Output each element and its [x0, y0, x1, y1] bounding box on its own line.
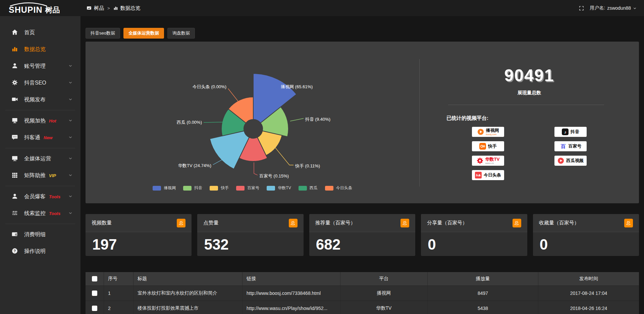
- platform-badge-column: ♪♪♪抖音百百家号西瓜视频: [554, 127, 587, 180]
- screen-icon: [11, 155, 19, 162]
- legend-item-西瓜[interactable]: 西瓜: [299, 185, 318, 191]
- sidebar-item-label: 线索监控: [24, 210, 46, 217]
- sidebar-item-label: 视频发布: [24, 96, 46, 103]
- sidebar-item-expense-detail[interactable]: 消费明细: [0, 226, 80, 243]
- sidebar-item-data-overview[interactable]: 数据总览: [0, 41, 80, 58]
- wallet-icon: [11, 231, 19, 238]
- total-badge[interactable]: 总: [624, 219, 633, 227]
- legend-item-华数TV[interactable]: 华数TV: [267, 185, 291, 191]
- row-platform: 华数TV: [340, 301, 428, 314]
- user-menu[interactable]: 用户名: zswodun88: [590, 5, 637, 11]
- user-icon: [11, 62, 19, 70]
- chevron-down-icon: [68, 97, 72, 103]
- chart-panel: 播视网 (65.61%)抖音 (9.40%)快手 (0.11%)百家号 (0.1…: [86, 42, 639, 203]
- app-logo: SHUPIN 树品: [0, 2, 80, 14]
- pie-label: 今日头条 (0.00%): [193, 84, 226, 89]
- row-url-link[interactable]: http://www.wasu.cn/Play/show/id/952...: [243, 301, 340, 314]
- chevron-down-icon: [68, 194, 72, 200]
- row-plays: 5438: [428, 301, 538, 314]
- legend-item-百家号[interactable]: 百家号: [236, 185, 259, 191]
- legend-item-播视网[interactable]: 播视网: [153, 185, 176, 191]
- legend-label: 抖音: [194, 185, 202, 191]
- platform-name: 播视网: [486, 128, 499, 133]
- sidebar-item-label: 会员爆客: [24, 193, 46, 200]
- tab-inquiry-data[interactable]: 询盘数据: [167, 28, 195, 39]
- sidebar-item-clue-monitor[interactable]: 线索监控Tools: [0, 205, 80, 222]
- kuaishou-logo: [479, 143, 486, 150]
- legend-swatch: [325, 186, 333, 191]
- breadcrumb-root[interactable]: 树品: [94, 5, 104, 11]
- total-badge[interactable]: 总: [513, 219, 521, 227]
- platform-badge-百家号: 百百家号: [554, 141, 587, 151]
- stat-card-label: 分享量（百家号）: [427, 220, 467, 226]
- sidebar-item-label: 矩阵助推: [24, 172, 46, 179]
- total-badge[interactable]: 总: [289, 219, 298, 227]
- menu-badge: Tools: [49, 211, 60, 216]
- select-all-checkbox[interactable]: [92, 276, 97, 281]
- row-url-link[interactable]: http://www.boosj.com/7338468.html: [243, 285, 340, 301]
- divider: [5, 186, 75, 186]
- col-header-time: 发布时间: [538, 272, 639, 285]
- legend-label: 百家号: [247, 185, 259, 191]
- legend-swatch: [210, 186, 218, 191]
- monitor-icon: [11, 117, 19, 124]
- pie-label: 播视网 (65.61%): [281, 84, 313, 89]
- sidebar-item-label: 操作说明: [24, 248, 46, 255]
- legend-item-抖音[interactable]: 抖音: [183, 185, 202, 191]
- sidebar-item-video-heat[interactable]: 视频加热Hot: [0, 112, 80, 129]
- sidebar-item-matrix-boost[interactable]: 矩阵助推VIP: [0, 167, 80, 184]
- pie-chart-svg: 播视网 (65.61%)抖音 (9.40%)快手 (0.11%)百家号 (0.1…: [86, 42, 419, 203]
- pie-label: 百家号 (0.15%): [259, 173, 289, 178]
- platform-badge-西瓜视频: 西瓜视频: [554, 156, 587, 166]
- stat-card-header: 点赞量总: [197, 214, 303, 232]
- sidebar-item-account-manage[interactable]: 账号管理: [0, 58, 80, 74]
- row-checkbox[interactable]: [92, 306, 97, 311]
- sidebar-item-douketong[interactable]: 抖客通New: [0, 129, 80, 146]
- stat-card-label: 收藏量（百家号）: [539, 220, 579, 226]
- breadcrumb-current[interactable]: 数据总览: [120, 5, 141, 11]
- row-title-link[interactable]: 室外水纹灯和室内水纹灯的区别和简介: [133, 285, 243, 301]
- sidebar-item-label: 抖音SEO: [24, 80, 46, 87]
- sidebar-item-douyin-seo[interactable]: 抖音SEO: [0, 74, 80, 91]
- legend-swatch: [299, 186, 307, 191]
- stat-card-label: 视频数量: [92, 220, 112, 226]
- overview-panel: 90491 展现量总数 已统计的视频平台: 播视网boosj.com快手华数TV…: [419, 59, 639, 187]
- sidebar-item-member-baoke[interactable]: 会员爆客Tools: [0, 188, 80, 205]
- sidebar-item-video-publish[interactable]: 视频发布: [0, 91, 80, 108]
- sidebar-item-home[interactable]: 首页: [0, 24, 80, 41]
- platform-name: 百家号: [569, 144, 582, 149]
- sidebar-item-label: 视频加热: [24, 117, 46, 124]
- pie-label: 西瓜 (0.00%): [177, 120, 202, 125]
- row-title-link[interactable]: 楼体投影灯投影效果震撼上市: [133, 301, 243, 314]
- fullscreen-icon[interactable]: [579, 5, 584, 11]
- xigua-logo: [557, 157, 564, 164]
- divider: [5, 224, 75, 224]
- chevron-down-icon: [633, 6, 637, 10]
- platform-name: 快手: [488, 144, 497, 149]
- legend-item-快手[interactable]: 快手: [210, 185, 229, 191]
- tab-douyin-seo-data[interactable]: 抖音seo数据: [86, 28, 120, 39]
- total-badge[interactable]: 总: [177, 219, 185, 227]
- chevron-down-icon: [68, 135, 72, 141]
- row-checkbox[interactable]: [92, 291, 97, 296]
- platform-badge-抖音: ♪♪♪抖音: [554, 127, 587, 137]
- divider: [448, 105, 604, 105]
- douyin-logo: ♪♪♪: [562, 128, 569, 135]
- legend-swatch: [153, 186, 161, 191]
- legend-label: 今日头条: [336, 185, 352, 191]
- stat-card-label: 推荐量（百家号）: [315, 220, 356, 226]
- home-icon: [11, 29, 19, 36]
- platform-name: 华数TV: [485, 157, 500, 162]
- col-header-title: 标题: [133, 272, 243, 285]
- tab-media-operation-data[interactable]: 全媒体运营数据: [123, 28, 164, 39]
- divider: [5, 110, 75, 110]
- row-time: 2018-04-26 16:24: [538, 301, 639, 314]
- stat-card-label: 点赞量: [203, 220, 218, 226]
- stat-card-header: 视频数量总: [86, 214, 192, 232]
- sidebar: 首页数据总览账号管理抖音SEO视频发布视频加热Hot抖客通New全媒体运营矩阵助…: [0, 16, 80, 314]
- person-icon: [11, 193, 19, 200]
- sidebar-item-media-operation[interactable]: 全媒体运营: [0, 150, 80, 167]
- sidebar-item-help[interactable]: ?操作说明: [0, 243, 80, 260]
- legend-item-今日头条[interactable]: 今日头条: [325, 185, 352, 191]
- total-badge[interactable]: 总: [400, 219, 409, 227]
